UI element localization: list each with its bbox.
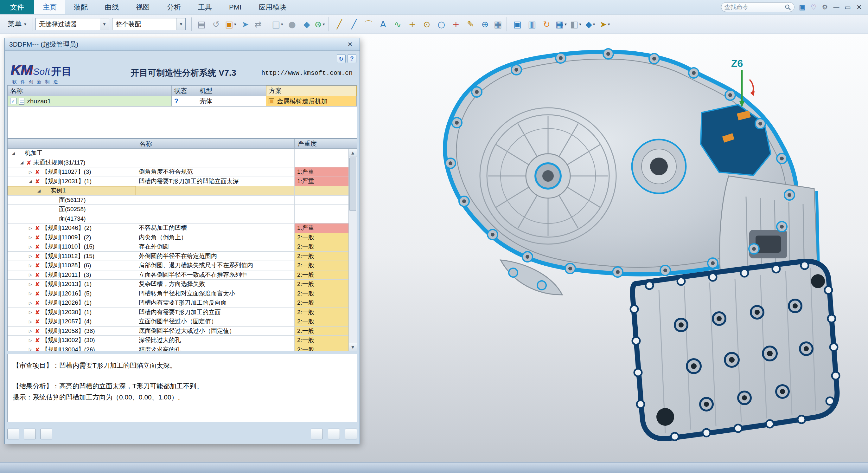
- expander-icon[interactable]: ▷: [27, 226, 34, 231]
- scroll-up-icon[interactable]: ▲: [349, 149, 357, 157]
- expander-icon[interactable]: ▷: [27, 263, 34, 268]
- expander-icon[interactable]: ▷: [27, 300, 34, 305]
- selection-filter-combo[interactable]: 无选择过滤器 ▾: [35, 18, 109, 30]
- search-input[interactable]: [724, 4, 785, 11]
- ribbon-tab[interactable]: 主页: [34, 0, 65, 14]
- scroll-down-icon[interactable]: ▼: [349, 343, 357, 351]
- expander-icon[interactable]: ◢: [36, 188, 42, 193]
- severity-cell: 2:一般: [294, 298, 348, 308]
- tree-row[interactable]: ▷ ✘ 【规则|12016】(5) 凹槽转角半径相对立面深度而言太小 2:一般: [8, 289, 348, 299]
- tree-row[interactable]: ▷ ✘ 【规则|12013】(1) 复杂凹槽，方向选择失败 2:一般: [8, 279, 348, 289]
- tree-row[interactable]: ✘ 面(56137): [8, 196, 348, 205]
- expander-icon[interactable]: ▷: [27, 310, 34, 315]
- tree-row[interactable]: ▷ ✘ 【规则|11010】(15) 存在外倒圆 2:一般: [8, 242, 348, 252]
- fail-icon: ✘: [34, 178, 41, 185]
- tree-row[interactable]: ▷ ✘ 【规则|11009】(2) 内尖角（倒角上） 2:一般: [8, 233, 348, 242]
- app-title: 开目可制造性分析系统 V7.3: [105, 67, 261, 79]
- tree-row[interactable]: ▷ ✘ 【规则|12057】(4) 立面倒圆半径过小（固定值） 2:一般: [8, 317, 348, 327]
- tree-row[interactable]: ▷ ✘ 【规则|12026】(1) 凹槽内有需要T形刀加工的反向面 2:一般: [8, 298, 348, 308]
- ribbon-tab[interactable]: 分析: [158, 0, 189, 14]
- icon-glyph: ⊙: [423, 20, 431, 29]
- icon-dropdown-caret[interactable]: ▾: [608, 22, 610, 26]
- fail-icon: ✘: [34, 327, 41, 334]
- icon-dropdown-caret[interactable]: ▾: [564, 22, 567, 26]
- expander-icon[interactable]: ◢: [10, 151, 17, 156]
- icon-glyph: ╱: [351, 20, 356, 29]
- selection-scope-combo[interactable]: 整个装配 ▾: [112, 18, 186, 30]
- fail-icon: ✘: [34, 225, 41, 231]
- icon-dropdown-caret[interactable]: ▾: [579, 22, 581, 26]
- tree-cell: ▷ ✘ 【规则|13002】(30): [8, 336, 136, 345]
- icon-dropdown-caret[interactable]: ▾: [593, 22, 595, 26]
- tree-row[interactable]: ▷ ✘ 【规则|11028】(6) 肩部倒圆、退刀槽缺失或尺寸不在系列值内 2:…: [8, 261, 348, 270]
- tree-row[interactable]: ✘ 面(41734): [8, 214, 348, 224]
- ribbon-tab[interactable]: PMI: [220, 0, 250, 14]
- tree-node-label: 【规则|12011】(3): [41, 271, 91, 279]
- tree-node-label: 【规则|12031】(1): [41, 177, 92, 185]
- tree-row[interactable]: ▷ ✘ 【规则|11012】(15) 外倒圆的半径不在给定范围内 2:一般: [8, 252, 348, 261]
- dialog-header: ↻ ? KM Soft 开目 软 件 创 新 制 造 开目可制造性分析系统 V7…: [7, 54, 357, 85]
- chevron-down-icon[interactable]: ▾: [177, 19, 185, 30]
- expander-icon[interactable]: ▷: [27, 170, 34, 174]
- ribbon-tab[interactable]: 文件: [0, 0, 34, 14]
- tree-scrollbar[interactable]: ▲ ▼: [348, 149, 357, 351]
- severity-cell: 2:一般: [294, 327, 348, 336]
- tree-column-header: [8, 139, 136, 149]
- icon-dropdown-caret[interactable]: ▾: [234, 22, 236, 26]
- tree-row[interactable]: ◢ ✘ 实例1: [8, 186, 348, 196]
- part-scheme-cell[interactable]: 金属模铸造后机加: [266, 96, 357, 107]
- part-row[interactable]: ✓ zhuzao1 ? 壳体 金属模铸造后机加: [8, 96, 357, 107]
- tree-row[interactable]: ▷ ✘ 【规则|13002】(30) 深径比过大的孔 2:一般: [8, 336, 348, 345]
- ribbon-tab[interactable]: 装配: [65, 0, 96, 14]
- 3d-model[interactable]: Z6: [364, 40, 859, 461]
- tree-cell: ▷ ✘ 【规则|12058】(38): [8, 327, 136, 336]
- ribbon-tab[interactable]: 工具: [189, 0, 220, 14]
- column-header-machine-type: 机型: [197, 86, 266, 96]
- scrollbar-thumb[interactable]: [349, 157, 356, 211]
- chevron-down-icon[interactable]: ▾: [100, 19, 108, 30]
- icon-dropdown-caret[interactable]: ▾: [281, 22, 283, 26]
- part-checkbox[interactable]: ✓: [10, 98, 17, 104]
- tree-row[interactable]: ◢ ✘ 机加工: [8, 149, 348, 158]
- expander-icon[interactable]: ▷: [27, 328, 34, 333]
- severity-cell: 2:一般: [294, 242, 348, 252]
- tree-row[interactable]: ✘ 面(50258): [8, 205, 348, 214]
- tree-row[interactable]: ◢ ✘ 未通过规则(31/117): [8, 158, 348, 168]
- tree-row[interactable]: ▷ ✘ 【规则|11027】(3) 倒角角度不符合规范 1:严重: [8, 168, 348, 177]
- expander-icon[interactable]: ▷: [27, 319, 34, 324]
- tree-row[interactable]: ▷ ✘ 【规则|13004】(26) 精度要求高的孔 2:一般: [8, 345, 348, 351]
- expander-icon[interactable]: ▷: [27, 347, 34, 351]
- command-finder[interactable]: [721, 2, 795, 12]
- tree-row[interactable]: ▷ ✘ 【规则|12058】(38) 底面倒圆半径过大或过小（固定值） 2:一般: [8, 327, 348, 336]
- tree-row[interactable]: ▷ ✘ 【规则|12046】(2) 不容易加工的凹槽 1:严重: [8, 224, 348, 233]
- ribbon-tab[interactable]: 曲线: [96, 0, 127, 14]
- icon-dropdown-caret[interactable]: ▾: [323, 22, 325, 26]
- tree-row[interactable]: ▷ ✘ 【规则|12011】(3) 立面各倒圆半径不一致或不在推荐系列中 2:一…: [8, 270, 348, 280]
- dialog-title-bar[interactable]: 3DDFM--- (超级管理员) ✕: [5, 38, 360, 51]
- severity-cell: 1:严重: [294, 177, 348, 186]
- expander-icon[interactable]: ▷: [27, 272, 34, 277]
- expander-icon[interactable]: ▷: [27, 254, 34, 258]
- expander-icon[interactable]: ▷: [27, 235, 34, 240]
- tree-cell: ▷ ✘ 【规则|11009】(2): [8, 233, 136, 242]
- tree-row[interactable]: ◢ ✘ 【规则|12031】(1) 凹槽内需要T形刀加工的凹陷立面太深 1:严重: [8, 177, 348, 186]
- ribbon-tab[interactable]: 视图: [127, 0, 158, 14]
- expander-icon[interactable]: ▷: [27, 244, 34, 249]
- expander-icon[interactable]: ▷: [27, 291, 34, 296]
- expander-icon[interactable]: ◢: [19, 160, 25, 165]
- icon-glyph: ➤: [600, 20, 607, 29]
- help-icon[interactable]: ?: [347, 54, 356, 63]
- severity-column-header: 严重度: [294, 139, 357, 149]
- expander-icon[interactable]: ◢: [27, 179, 34, 183]
- expander-icon[interactable]: ▷: [27, 282, 34, 287]
- tree-row[interactable]: ▷ ✘ 【规则|12030】(1) 凹槽内有需要T形刀加工的立面 2:一般: [8, 308, 348, 317]
- update-icon[interactable]: ↻: [337, 54, 346, 63]
- severity-cell: [294, 158, 348, 168]
- tree-node-label: 【规则|12013】(1): [41, 280, 92, 288]
- kmsoft-logo: KM Soft 开目 软 件 创 新 制 造: [7, 61, 105, 85]
- close-icon[interactable]: ✕: [345, 40, 355, 49]
- ribbon-tab[interactable]: 应用模块: [250, 0, 295, 14]
- menu-button[interactable]: 菜单 ▾: [4, 17, 30, 31]
- fail-icon: ✘: [34, 168, 41, 175]
- expander-icon[interactable]: ▷: [27, 338, 34, 343]
